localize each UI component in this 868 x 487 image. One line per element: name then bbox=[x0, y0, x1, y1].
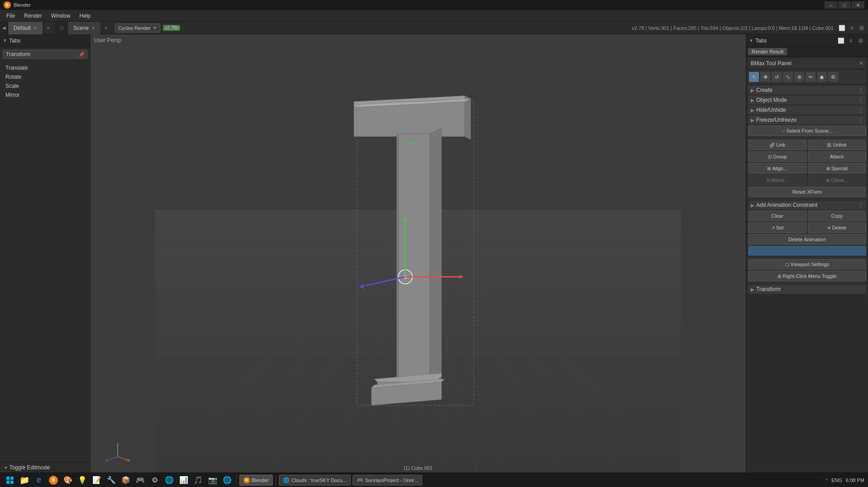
viewport-settings-btn[interactable]: ⬡ Viewport Settings bbox=[748, 259, 866, 270]
tool-mirror[interactable]: Mirror bbox=[4, 91, 86, 100]
transform-selector[interactable]: Transform 📌 bbox=[3, 50, 87, 59]
rotate-icon-btn[interactable]: ↺ bbox=[772, 72, 782, 82]
mirror-btn[interactable]: ⊟ Mirror... bbox=[748, 175, 807, 186]
freeze-label: Freeze/Unfreeze bbox=[756, 117, 858, 123]
right-click-menu-btn[interactable]: ⊞ Right-Click Menu Toggle bbox=[748, 271, 866, 282]
delete-btn[interactable]: ✕ Delete bbox=[808, 222, 867, 233]
render-result-tab[interactable]: Render Result bbox=[748, 48, 787, 55]
windows-start-btn[interactable] bbox=[4, 474, 16, 487]
taskbar-app-6[interactable]: 📝 bbox=[91, 474, 103, 487]
blender-logo: B bbox=[4, 1, 11, 9]
taskbar-blender-2[interactable]: B bbox=[47, 474, 60, 487]
left-panel-arrow: ▼ bbox=[3, 38, 7, 43]
minimize-button[interactable]: – bbox=[825, 1, 837, 9]
align-btn[interactable]: ⊞ Align... bbox=[748, 163, 807, 174]
transform-icon-btn[interactable]: ⊕ bbox=[794, 72, 804, 82]
hide-unhide-section[interactable]: ▶ Hide/Unhide ⋮ bbox=[748, 105, 866, 115]
clone-btn[interactable]: ⊞ Clone... bbox=[808, 175, 867, 186]
cursor-icon-btn[interactable]: ↖ bbox=[749, 72, 759, 82]
right-click-label: Right-Click Menu Toggle bbox=[782, 273, 836, 279]
statusbar-right: ^ ENG 6:08 PM bbox=[825, 477, 864, 483]
menu-file[interactable]: File bbox=[3, 12, 19, 20]
delete-animation-btn[interactable]: Delete Animation bbox=[748, 234, 866, 245]
toggle-editmode[interactable]: ▼ Toggle Editmode bbox=[0, 462, 90, 473]
menubar: File Render Window Help bbox=[0, 10, 868, 22]
viewport[interactable]: User Persp bbox=[91, 34, 746, 473]
gear-icon-btn[interactable]: ⚙ bbox=[828, 72, 838, 82]
taskbar-app-12[interactable]: 📊 bbox=[177, 474, 190, 487]
object-mode-section[interactable]: ▶ Object Mode ⋮ bbox=[748, 95, 866, 105]
attach-btn[interactable]: Attach bbox=[808, 151, 867, 162]
taskbar-sep-2 bbox=[276, 476, 276, 485]
render-result-row: Render Result bbox=[746, 47, 868, 57]
close-button[interactable]: ✕ bbox=[852, 1, 864, 9]
sculpt-icon-btn[interactable]: ✏ bbox=[806, 72, 816, 82]
move-icon-btn[interactable]: ✥ bbox=[760, 72, 770, 82]
select-from-scene-btn[interactable]: ↗ Select From Scene... bbox=[748, 125, 866, 136]
left-panel-toggle[interactable]: ◀ bbox=[0, 22, 8, 34]
icon-row: ↖ ✥ ↺ ⤡ ⊕ ✏ ◉ ⚙ bbox=[748, 70, 866, 84]
taskbar-app-4[interactable]: 🎨 bbox=[62, 474, 74, 487]
right-view-icon-2[interactable]: ≡ bbox=[846, 36, 855, 45]
maximize-button[interactable]: □ bbox=[838, 1, 851, 9]
menu-window[interactable]: Window bbox=[48, 12, 74, 20]
system-tray-chevron[interactable]: ^ bbox=[825, 477, 828, 483]
group-attach-row: ⊡ Group Attach bbox=[748, 151, 866, 162]
taskbar-clouds[interactable]: 🌐 Clouds : trueSKY Docu... bbox=[279, 475, 351, 486]
group-btn[interactable]: ⊡ Group bbox=[748, 151, 807, 162]
reset-xform-btn[interactable]: Reset XForm bbox=[748, 186, 866, 197]
taskbar-app-8[interactable]: 📦 bbox=[119, 474, 132, 487]
create-section[interactable]: ▶ Create ⋮ bbox=[748, 86, 866, 95]
eye-icon-btn[interactable]: ◉ bbox=[817, 72, 827, 82]
tab-scene-add[interactable]: + bbox=[101, 25, 111, 31]
taskbar-app-10[interactable]: ⚙ bbox=[148, 474, 161, 487]
clear-btn[interactable]: Clear bbox=[748, 210, 807, 221]
taskbar-chrome[interactable]: 🌐 bbox=[221, 474, 234, 487]
viewport-type-icon[interactable]: ⬡ bbox=[55, 22, 68, 34]
taskbar-app-14[interactable]: 📷 bbox=[206, 474, 219, 487]
freeze-section[interactable]: ▶ Freeze/Unfreeze ⋮ bbox=[748, 115, 866, 124]
view-icon-2[interactable]: ≡ bbox=[847, 24, 856, 33]
bmax-panel: BMax Tool Panel ✕ ↖ ✥ ↺ ⤡ ⊕ ✏ ◉ ⚙ ▶ Crea… bbox=[746, 57, 868, 296]
copy-btn[interactable]: Copy bbox=[808, 210, 867, 221]
renderer-chevron: ▼ bbox=[153, 25, 157, 30]
taskbar-blender-window[interactable]: B Blender bbox=[239, 475, 273, 486]
align-special-row: ⊞ Align... ⊞ Special bbox=[748, 163, 866, 174]
align-icon: ⊞ bbox=[767, 166, 771, 171]
tab-scene[interactable]: Scene ✕ bbox=[68, 22, 101, 34]
hide-unhide-label: Hide/Unhide bbox=[756, 107, 858, 113]
scale-icon-btn[interactable]: ⤡ bbox=[783, 72, 793, 82]
titlebar-title: Blender bbox=[14, 2, 31, 8]
right-view-icon-3[interactable]: ⊞ bbox=[856, 36, 865, 45]
special-btn[interactable]: ⊞ Special bbox=[808, 163, 867, 174]
taskbar-app-7[interactable]: 🔧 bbox=[105, 474, 118, 487]
link-btn[interactable]: 🔗 Link bbox=[748, 139, 807, 150]
renderer-dropdown[interactable]: Cycles Render ▼ bbox=[115, 24, 160, 33]
taskbar-app-11[interactable]: 🌐 bbox=[163, 474, 176, 487]
taskbar-ie[interactable]: e bbox=[33, 474, 45, 487]
set-btn[interactable]: ↗ Set bbox=[748, 222, 807, 233]
view-icon-3[interactable]: ⊞ bbox=[857, 24, 866, 33]
unlink-btn[interactable]: ⛓ Unlink bbox=[808, 139, 867, 150]
taskbar-app-9[interactable]: 🎮 bbox=[134, 474, 147, 487]
menu-render[interactable]: Render bbox=[20, 12, 45, 20]
taskbar-app-13[interactable]: 🎵 bbox=[192, 474, 205, 487]
taskbar-folder[interactable]: 📁 bbox=[18, 474, 31, 487]
taskbar-app-5[interactable]: 💡 bbox=[76, 474, 89, 487]
taskbar-sunrays[interactable]: 🎮 SunraysProject - Unre... bbox=[353, 475, 422, 486]
tab-default[interactable]: Default ✕ bbox=[8, 22, 43, 34]
right-view-icon-1[interactable]: ⬜ bbox=[836, 36, 845, 45]
anim-constraint-section[interactable]: ▶ Add Animation Constraint ⋮ bbox=[748, 201, 866, 210]
tab-default-close[interactable]: ✕ bbox=[33, 25, 37, 30]
view-icon-1[interactable]: ⬜ bbox=[837, 24, 846, 33]
menu-help[interactable]: Help bbox=[76, 12, 94, 20]
tool-scale[interactable]: Scale bbox=[4, 81, 86, 91]
tab-add[interactable]: + bbox=[43, 25, 53, 31]
transform-section[interactable]: ▶ Transform bbox=[748, 285, 866, 294]
freeze-arrow: ▶ bbox=[751, 118, 754, 123]
tool-translate[interactable]: Translate bbox=[4, 63, 86, 72]
object-mode-dots: ⋮ bbox=[858, 97, 863, 103]
bmax-collapse-icon[interactable]: ✕ bbox=[859, 60, 863, 67]
tool-rotate[interactable]: Rotate bbox=[4, 72, 86, 81]
tab-scene-close[interactable]: ✕ bbox=[91, 25, 95, 30]
